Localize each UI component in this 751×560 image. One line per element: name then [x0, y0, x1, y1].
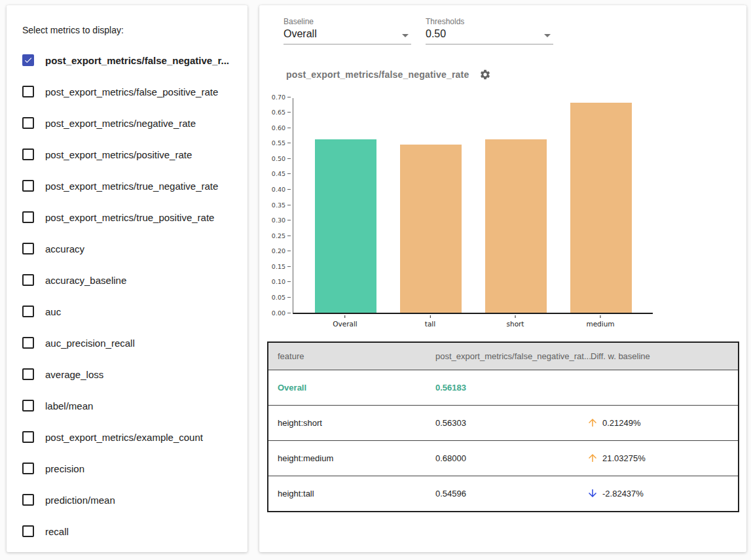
plot-area: 0.000.050.100.150.200.250.300.350.400.45…	[293, 98, 653, 314]
table-row: height:tall 0.54596 -2.82437%	[268, 476, 739, 512]
y-tick: 0.60	[261, 124, 291, 131]
metric-label: accuracy	[45, 243, 84, 254]
metric-checkbox-prediction-mean[interactable]: prediction/mean	[7, 484, 247, 516]
bar-tall[interactable]	[400, 145, 462, 313]
thresholds-select[interactable]: Thresholds 0.50	[426, 17, 553, 44]
up-arrow-icon	[587, 417, 598, 429]
bar-short[interactable]	[485, 139, 547, 313]
table-body: Overall 0.56183 height:short 0.56303 0.2…	[268, 370, 739, 512]
bar-chart: 0.000.050.100.150.200.250.300.350.400.45…	[293, 98, 653, 330]
checkbox-icon[interactable]	[22, 180, 34, 192]
checkbox-icon[interactable]	[22, 117, 34, 129]
checkbox-icon[interactable]	[22, 274, 34, 286]
cell-diff: 0.21249%	[581, 405, 739, 440]
checkbox-icon[interactable]	[22, 211, 34, 223]
thresholds-value-row[interactable]: 0.50	[426, 26, 553, 44]
checkbox-icon[interactable]	[22, 306, 34, 317]
metric-checkbox-label-mean[interactable]: label/mean	[7, 390, 247, 421]
baseline-value-row[interactable]: Overall	[284, 26, 411, 44]
table-header-row: feature post_export_metrics/false_negati…	[268, 342, 739, 370]
metric-checkbox-auc[interactable]: auc	[7, 296, 247, 327]
bar-medium[interactable]	[570, 103, 632, 313]
y-tick: 0.05	[261, 294, 291, 301]
metric-checkbox-accuracy[interactable]: accuracy	[7, 233, 247, 264]
metric-label: post_export_metrics/positive_rate	[45, 149, 192, 160]
checkbox-icon[interactable]	[22, 431, 34, 443]
checkbox-icon[interactable]	[22, 463, 34, 474]
cell-value: 0.56183	[426, 370, 581, 405]
metric-checkbox-post-export-metrics-false-negative-r[interactable]: post_export_metrics/false_negative_r...	[7, 44, 247, 76]
up-arrow-icon	[587, 452, 598, 464]
x-tick-tall: tall	[425, 315, 435, 328]
x-tick-short: short	[507, 315, 524, 328]
diff-value: 0.21249%	[602, 418, 641, 428]
metric-checkbox-post-export-metrics-positive-rate[interactable]: post_export_metrics/positive_rate	[7, 139, 247, 170]
chevron-down-icon[interactable]	[402, 34, 409, 37]
controls-row: Baseline Overall Thresholds 0.50	[259, 5, 746, 44]
cell-diff: -2.82437%	[581, 476, 739, 512]
metric-label: auc	[45, 306, 61, 317]
diff-value: 21.03275%	[602, 453, 646, 463]
column-header-feature: feature	[268, 342, 426, 370]
metric-checkbox-post-export-metrics-true-negative-rate[interactable]: post_export_metrics/true_negative_rate	[7, 170, 247, 201]
baseline-select[interactable]: Baseline Overall	[284, 17, 411, 44]
checkbox-icon[interactable]	[22, 525, 34, 537]
cell-value: 0.56303	[426, 405, 581, 440]
checkbox-icon[interactable]	[22, 54, 34, 66]
cell-feature: Overall	[268, 370, 426, 405]
baseline-label: Baseline	[284, 17, 411, 26]
metric-selector-panel: Select metrics to display: post_export_m…	[7, 5, 247, 552]
cell-value: 0.54596	[426, 476, 581, 512]
table-row: height:medium 0.68000 21.03275%	[268, 440, 739, 476]
cell-feature: height:medium	[268, 440, 426, 476]
y-tick: 0.10	[261, 278, 291, 285]
cell-value: 0.68000	[426, 440, 581, 476]
checkbox-icon[interactable]	[22, 400, 34, 411]
x-axis: Overalltallshortmedium	[293, 315, 653, 330]
checkmark-icon	[24, 55, 33, 65]
checkbox-icon[interactable]	[22, 368, 34, 380]
column-header-metric: post_export_metrics/false_negative_rat..…	[426, 342, 581, 370]
chart-header: post_export_metrics/false_negative_rate	[286, 68, 746, 81]
y-tick: 0.20	[261, 247, 291, 254]
gear-icon[interactable]	[479, 69, 491, 80]
x-tick-medium: medium	[586, 315, 614, 328]
chevron-down-icon[interactable]	[544, 34, 551, 37]
checkbox-icon[interactable]	[22, 149, 34, 160]
y-tick: 0.25	[261, 232, 291, 239]
metric-checkbox-average-loss[interactable]: average_loss	[7, 359, 247, 390]
thresholds-value: 0.50	[426, 28, 446, 39]
metric-label: post_export_metrics/false_negative_r...	[45, 55, 229, 66]
metric-list: post_export_metrics/false_negative_r... …	[7, 44, 247, 547]
y-tick: 0.35	[261, 201, 291, 209]
metric-checkbox-post-export-metrics-negative-rate[interactable]: post_export_metrics/negative_rate	[7, 107, 247, 139]
metric-checkbox-post-export-metrics-false-positive-rate[interactable]: post_export_metrics/false_positive_rate	[7, 76, 247, 107]
metric-checkbox-post-export-metrics-example-count[interactable]: post_export_metrics/example_count	[7, 421, 247, 453]
metric-label: post_export_metrics/false_positive_rate	[45, 86, 218, 97]
diff-value: -2.82437%	[602, 489, 644, 499]
chart-title: post_export_metrics/false_negative_rate	[286, 69, 469, 80]
metric-label: auc_precision_recall	[45, 338, 135, 349]
y-tick: 0.40	[261, 186, 291, 193]
cell-feature: height:tall	[268, 476, 426, 512]
metric-checkbox-recall[interactable]: recall	[7, 516, 247, 547]
metric-checkbox-auc-precision-recall[interactable]: auc_precision_recall	[7, 327, 247, 359]
checkbox-icon[interactable]	[22, 86, 34, 97]
metric-label: accuracy_baseline	[45, 275, 126, 286]
metric-checkbox-precision[interactable]: precision	[7, 453, 247, 484]
y-tick: 0.65	[261, 109, 291, 116]
checkbox-icon[interactable]	[22, 337, 34, 349]
metric-label: post_export_metrics/true_positive_rate	[45, 212, 214, 223]
y-tick: 0.45	[261, 170, 291, 177]
metric-label: average_loss	[45, 369, 103, 380]
cell-diff: 21.03275%	[581, 440, 739, 476]
baseline-value: Overall	[284, 28, 317, 39]
metric-checkbox-post-export-metrics-true-positive-rate[interactable]: post_export_metrics/true_positive_rate	[7, 201, 247, 233]
checkbox-icon[interactable]	[22, 243, 34, 254]
y-tick: 0.55	[261, 139, 291, 147]
checkbox-icon[interactable]	[22, 494, 34, 506]
y-tick: 0.00	[261, 309, 291, 317]
bar-overall[interactable]	[315, 139, 376, 313]
cell-diff	[581, 370, 739, 405]
metric-checkbox-accuracy-baseline[interactable]: accuracy_baseline	[7, 264, 247, 296]
